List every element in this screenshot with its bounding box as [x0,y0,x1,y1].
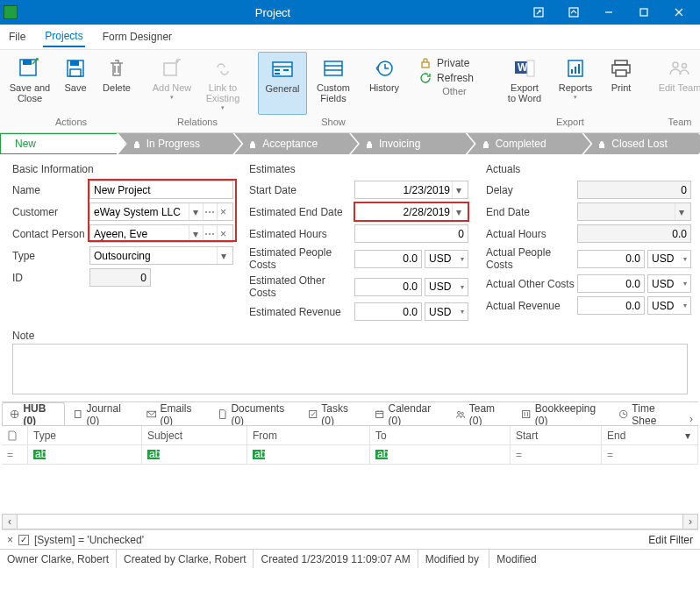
menu-file[interactable]: File [7,27,27,46]
field-name[interactable]: New Project [89,181,233,199]
stage-new[interactable]: New [0,133,125,154]
stage-in-progress[interactable]: In Progress [118,133,242,154]
filter-checkbox[interactable]: ✓ [18,535,29,545]
filter-end[interactable]: = [602,445,698,464]
field-act-other[interactable]: 0.0USD [577,274,691,293]
field-est-other[interactable]: 0.0USD [354,278,468,296]
svg-rect-28 [616,70,626,76]
field-type[interactable]: Outsourcing▾ [89,246,233,265]
refresh-button[interactable]: Refresh [419,72,489,84]
edit-team-button[interactable]: Edit Team [651,52,700,115]
tab-documents[interactable]: Documents (0) [210,402,300,425]
svg-rect-35 [376,411,383,417]
column-chooser-icon[interactable]: ▾ [682,430,694,442]
ribbon-toggle-icon[interactable] [556,0,591,25]
chevron-down-icon[interactable]: ▾ [675,203,687,220]
add-new-button[interactable]: Add New▾ [147,52,196,115]
grid-body[interactable] [2,465,698,514]
print-button[interactable]: Print [602,52,640,115]
tab-journal[interactable]: Journal (0) [65,402,139,425]
field-contact[interactable]: Ayeen, Eve▾⋯× [89,224,233,243]
field-end-date[interactable]: ▾ [577,202,691,221]
minimize-button[interactable] [591,0,626,25]
chevron-down-icon[interactable]: ▾ [452,181,464,198]
tab-bookkeeping[interactable]: Bookkeeping (0) [513,402,611,425]
field-note[interactable] [12,344,688,394]
field-act-people[interactable]: 0.0USD [577,250,691,268]
tab-hub[interactable]: HUB (0) [2,402,65,425]
label-act-hours: Actual Hours [486,228,577,240]
grid-col-type[interactable]: Type [28,426,142,444]
filter-from[interactable]: ab [247,445,370,464]
filter-subject[interactable]: ab [142,445,247,464]
clear-icon[interactable]: × [217,203,229,220]
scroll-left-button[interactable]: ‹ [2,514,18,529]
stage-acceptance[interactable]: Acceptance [234,133,358,154]
grid-col-end[interactable]: End▾ [602,426,698,444]
section-actuals: Actuals [486,163,696,175]
filter-eq-0[interactable]: = [2,445,28,464]
tabs-scroll-right[interactable]: › [684,413,698,425]
svg-rect-11 [275,69,280,71]
stage-closed-lost[interactable]: Closed Lost [583,133,700,154]
stage-completed[interactable]: Completed [468,133,591,154]
menu-bar: File Projects Form Designer [0,25,700,49]
chevron-down-icon[interactable]: ▾ [217,247,229,264]
field-est-rev[interactable]: 0.0USD [354,302,468,321]
field-delay: 0 [577,181,691,199]
chevron-down-icon[interactable]: ▾ [452,203,464,220]
svg-rect-21 [527,60,534,76]
hub-tabs: HUB (0) Journal (0) Emails (0) Documents… [2,402,698,426]
general-button[interactable]: General [258,52,307,115]
ellipsis-icon[interactable]: ⋯ [203,203,215,220]
field-est-end-date[interactable]: 2/28/2019▾ [354,202,468,221]
filter-to[interactable]: ab [370,445,511,464]
tab-team[interactable]: Team (0) [447,402,513,425]
grid-col-new[interactable] [2,426,28,444]
clear-icon[interactable]: × [217,225,229,242]
clear-filter-button[interactable]: × [7,534,13,546]
custom-fields-button[interactable]: Custom Fields [309,52,358,115]
menu-projects[interactable]: Projects [43,26,84,47]
label-est-people: Estimated People Costs [249,246,354,271]
grid-header: Type Subject From To Start End▾ [2,426,698,445]
field-est-people[interactable]: 0.0USD [354,250,468,268]
filter-type[interactable]: ab [28,445,142,464]
ellipsis-icon[interactable]: ⋯ [203,225,215,242]
field-start-date[interactable]: 1/23/2019▾ [354,181,468,199]
help-link-icon[interactable] [521,0,556,25]
stage-invoicing[interactable]: Invoicing [351,133,475,154]
status-bar: Owner Clarke, Robert Created by Clarke, … [0,549,700,568]
delete-button[interactable]: Delete [96,52,137,115]
history-button[interactable]: History [360,52,409,115]
close-button[interactable] [661,0,696,25]
tab-emails[interactable]: Emails (0) [139,402,210,425]
grid-filter-row: = ab ab ab ab = = [2,445,698,465]
save-button[interactable]: Save [56,52,95,115]
field-act-rev[interactable]: 0.0USD [577,296,691,315]
reports-button[interactable]: Reports▾ [551,52,600,115]
svg-rect-13 [283,69,289,71]
tab-calendar[interactable]: Calendar (0) [367,402,447,425]
svg-text:ab: ab [377,450,388,459]
field-customer[interactable]: eWay System LLC▾⋯× [89,202,233,221]
export-word-button[interactable]: WExport to Word [500,52,549,115]
tab-timesheet[interactable]: Time Shee [611,402,684,425]
chevron-down-icon[interactable]: ▾ [189,203,201,220]
grid-scrollbar[interactable]: ‹ › [2,514,698,529]
edit-filter-link[interactable]: Edit Filter [648,534,693,546]
private-toggle[interactable]: Private [419,57,489,69]
grid-col-subject[interactable]: Subject [142,426,247,444]
grid-col-from[interactable]: From [247,426,370,444]
link-to-existing-button[interactable]: Link to Existing▾ [198,52,247,115]
scroll-right-button[interactable]: › [682,514,698,529]
chevron-down-icon[interactable]: ▾ [189,225,201,242]
filter-start[interactable]: = [511,445,602,464]
save-and-close-button[interactable]: Save and Close [5,52,54,115]
tab-tasks[interactable]: Tasks (0) [300,402,367,425]
grid-col-start[interactable]: Start [511,426,602,444]
menu-form-designer[interactable]: Form Designer [101,27,174,46]
maximize-button[interactable] [626,0,661,25]
field-est-hours[interactable]: 0 [354,224,468,243]
grid-col-to[interactable]: To [370,426,511,444]
